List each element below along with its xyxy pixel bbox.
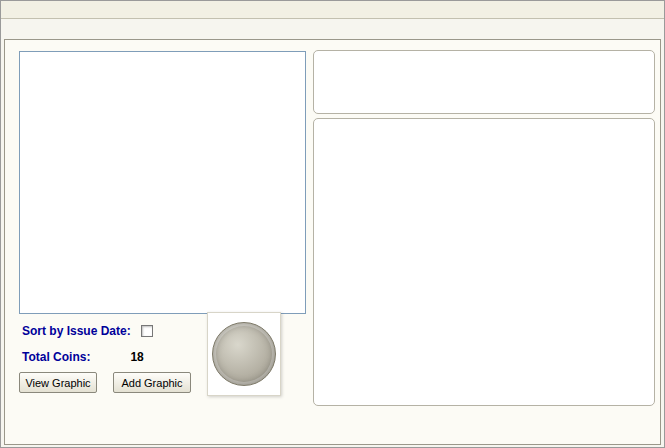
coin-photo-box: [207, 312, 281, 396]
toolbar: [313, 50, 655, 114]
menu-bar: [1, 1, 664, 19]
sort-row: Sort by Issue Date:: [22, 324, 153, 338]
coin-list: [19, 51, 306, 314]
sort-by-issue-date-checkbox[interactable]: [141, 325, 153, 337]
coin-detail-form: [313, 118, 655, 406]
view-graphic-button[interactable]: View Graphic: [19, 372, 97, 393]
total-coins-label: Total Coins:: [22, 350, 90, 364]
add-graphic-button[interactable]: Add Graphic: [113, 372, 191, 393]
tab-page: Sort by Issue Date: Total Coins: 18 View…: [4, 39, 661, 445]
coin-photo: [212, 322, 276, 386]
coin-organizer-window: Sort by Issue Date: Total Coins: 18 View…: [0, 0, 665, 448]
total-coins-row: Total Coins: 18: [22, 350, 144, 364]
total-coins-value: 18: [130, 350, 143, 364]
graphic-buttons-row: View Graphic Add Graphic: [19, 372, 191, 393]
sort-by-issue-date-label: Sort by Issue Date:: [22, 324, 131, 338]
